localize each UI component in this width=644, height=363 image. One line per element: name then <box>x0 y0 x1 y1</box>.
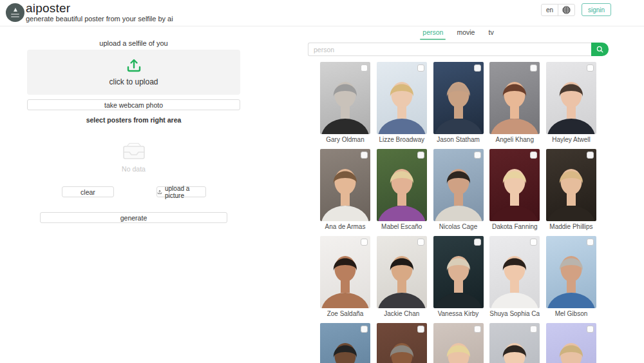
person-card[interactable]: Lizze Broadway <box>377 62 427 144</box>
person-card[interactable] <box>489 323 540 363</box>
select-checkbox[interactable] <box>361 152 368 159</box>
tab-tv[interactable]: tv <box>487 26 495 40</box>
person-card[interactable]: Dakota Fanning <box>489 149 540 231</box>
person-card[interactable]: Mabel Escaño <box>377 149 427 231</box>
person-card[interactable]: Zoe Saldaña <box>320 236 370 318</box>
upload-dropzone[interactable]: click to upload <box>27 50 240 95</box>
person-card[interactable]: Nicolas Cage <box>433 149 484 231</box>
clear-button[interactable]: clear <box>62 186 114 197</box>
select-checkbox[interactable] <box>417 239 424 246</box>
header: aiposter generate beautiful poster from … <box>0 0 644 26</box>
select-checkbox[interactable] <box>361 64 368 72</box>
tab-person[interactable]: person <box>421 26 444 40</box>
select-checkbox[interactable] <box>417 152 424 159</box>
select-checkbox[interactable] <box>587 152 594 159</box>
person-card[interactable]: Angeli Khang <box>489 62 540 144</box>
person-photo[interactable] <box>546 62 596 134</box>
person-photo[interactable] <box>377 323 427 363</box>
person-photo[interactable] <box>546 149 596 221</box>
portrait-illustration <box>433 236 484 308</box>
portrait-illustration <box>320 149 370 221</box>
person-name: Hayley Atwell <box>546 136 596 144</box>
person-card[interactable]: Vanessa Kirby <box>433 236 484 318</box>
people-grid: Gary Oldman Lizze Broadway Jason Statham <box>320 62 596 363</box>
person-card[interactable] <box>377 323 427 363</box>
person-photo[interactable] <box>320 149 370 221</box>
person-card[interactable] <box>320 323 370 363</box>
person-name: Dakota Fanning <box>489 223 540 231</box>
person-photo[interactable] <box>320 236 370 308</box>
upload-picture-label: upload a picture <box>165 185 205 199</box>
language-code[interactable]: en <box>542 6 558 14</box>
person-photo[interactable] <box>489 323 540 363</box>
select-checkbox[interactable] <box>587 326 594 333</box>
person-card[interactable] <box>433 323 484 363</box>
person-photo[interactable] <box>489 62 540 134</box>
person-card[interactable]: Jackie Chan <box>377 236 427 318</box>
person-photo[interactable] <box>433 323 484 363</box>
select-checkbox[interactable] <box>530 239 537 246</box>
search-input[interactable] <box>308 43 591 56</box>
person-card[interactable]: Jason Statham <box>433 62 484 144</box>
select-checkbox[interactable] <box>361 326 368 333</box>
select-checkbox[interactable] <box>417 326 424 333</box>
person-card[interactable]: Ana de Armas <box>320 149 370 231</box>
person-name: Jackie Chan <box>377 310 427 318</box>
person-photo[interactable] <box>433 149 484 221</box>
signin-button[interactable]: signin <box>582 3 611 16</box>
select-posters-hint: select posters from right area <box>27 116 240 124</box>
person-name: Mabel Escaño <box>377 223 427 231</box>
portrait-illustration <box>489 62 540 134</box>
globe-icon[interactable] <box>558 6 574 14</box>
person-card[interactable]: Hayley Atwell <box>546 62 596 144</box>
person-photo[interactable] <box>377 236 427 308</box>
portrait-illustration <box>377 62 427 134</box>
person-card[interactable]: Mel Gibson <box>546 236 596 318</box>
person-photo[interactable] <box>320 323 370 363</box>
language-switcher[interactable]: en <box>541 4 575 16</box>
person-photo[interactable] <box>489 236 540 308</box>
select-checkbox[interactable] <box>530 152 537 159</box>
person-photo[interactable] <box>320 62 370 134</box>
search-icon <box>596 46 603 53</box>
person-card[interactable] <box>546 323 596 363</box>
person-card[interactable]: Gary Oldman <box>320 62 370 144</box>
tab-movie[interactable]: movie <box>455 26 476 40</box>
person-name: Shuya Sophia Cai <box>489 310 540 318</box>
select-checkbox[interactable] <box>587 239 594 246</box>
portrait-illustration <box>377 236 427 308</box>
select-checkbox[interactable] <box>474 64 481 72</box>
page-title: aiposter <box>26 1 70 15</box>
person-name: Maddie Phillips <box>546 223 596 231</box>
upload-picture-button[interactable]: upload a picture <box>156 186 206 197</box>
person-photo[interactable] <box>433 62 484 134</box>
person-photo[interactable] <box>377 149 427 221</box>
select-checkbox[interactable] <box>587 64 594 72</box>
person-name: Mel Gibson <box>546 310 596 318</box>
portrait-illustration <box>433 62 484 134</box>
person-photo[interactable] <box>546 323 596 363</box>
person-name: Gary Oldman <box>320 136 370 144</box>
person-name: Nicolas Cage <box>433 223 484 231</box>
select-checkbox[interactable] <box>474 326 481 333</box>
person-photo[interactable] <box>377 62 427 134</box>
upload-small-icon <box>157 189 162 195</box>
select-checkbox[interactable] <box>474 152 481 159</box>
portrait-illustration <box>489 149 540 221</box>
select-checkbox[interactable] <box>530 326 537 333</box>
portrait-illustration <box>433 149 484 221</box>
take-webcam-photo-button[interactable]: take webcam photo <box>27 99 240 110</box>
person-card[interactable]: Shuya Sophia Cai <box>489 236 540 318</box>
select-checkbox[interactable] <box>417 64 424 72</box>
person-card[interactable]: Maddie Phillips <box>546 149 596 231</box>
search-button[interactable] <box>591 43 609 56</box>
select-checkbox[interactable] <box>530 64 537 72</box>
select-checkbox[interactable] <box>474 239 481 246</box>
person-name: Ana de Armas <box>320 223 370 231</box>
person-photo[interactable] <box>489 149 540 221</box>
person-photo[interactable] <box>433 236 484 308</box>
select-checkbox[interactable] <box>361 239 368 246</box>
page-subtitle: generate beautiful poster from your self… <box>26 15 173 23</box>
person-photo[interactable] <box>546 236 596 308</box>
generate-button[interactable]: generate <box>40 212 227 223</box>
